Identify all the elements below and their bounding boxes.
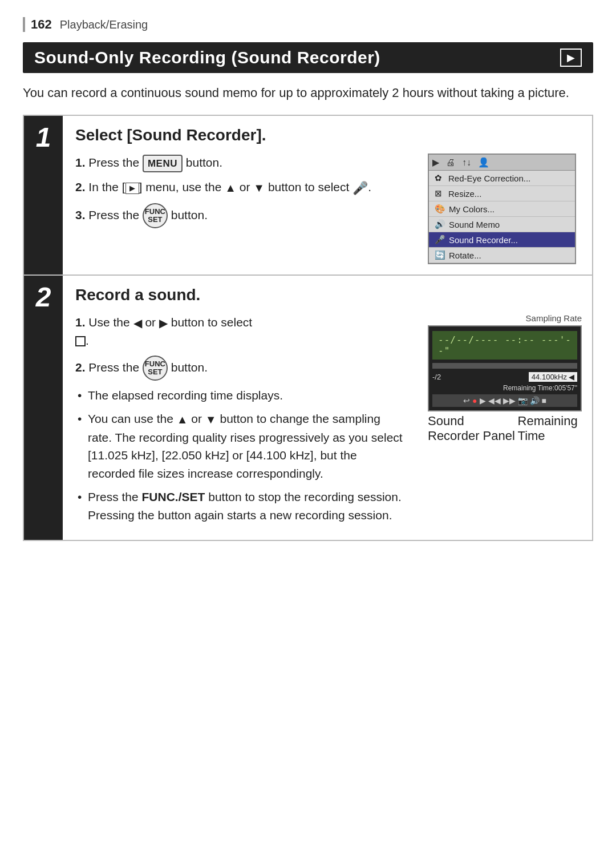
sound-memo-icon: 🔊 [435,219,445,229]
page-section-label: Playback/Erasing [60,18,148,31]
step-2-image-col: Sampling Rate --/--/---- --:-- ---'--" -… [416,313,582,443]
menu-item-sound-memo: 🔊 Sound Memo [429,217,575,232]
red-eye-icon: ✿ [435,173,445,183]
step-2-text-col: 1. Use the ◀ or ▶ button to select . 2. … [75,313,405,530]
bullet-3: Press the FUNC./SET button to stop the r… [75,488,405,524]
section-title: Sound-Only Recording (Sound Recorder) [34,48,560,67]
menu-item-red-eye: ✿ Red-Eye Correction... [429,171,575,186]
step-2-number: 2 [24,276,63,540]
step-1-row: 1 Select [Sound Recorder]. 1. Press the … [24,116,592,276]
sound-icon: 🎤 [352,181,368,195]
ctrl-record: ● [472,396,477,405]
step-1-number: 1 [24,116,63,274]
menu-button: MENU [143,155,183,173]
recorder-controls: ↩ ● ▶ ◀◀ ▶▶ 📷 🔊 ■ [432,394,577,407]
step-2-content: Record a sound. 1. Use the ◀ or ▶ button… [63,276,592,540]
recorder-khz: 44.100kHz ◀ [529,372,577,382]
page-header: 162 Playback/Erasing [23,17,593,32]
khz-arrow: ◀ [569,373,574,381]
menu-item-rotate: 🔄 Rotate... [429,248,575,263]
camera-menu: ▶ 🖨 ↑↓ 👤 ✿ Red-Eye Correction... ⊠ [428,154,576,264]
ctrl-play: ▶ [480,396,486,405]
bullet-1: The elapsed recording time displays. [75,386,405,405]
playback-icon-box: ▶ [560,49,582,67]
playback-icon: ▶ [567,51,575,64]
sound-recorder-icon: 🎤 [435,235,445,245]
recorder-remaining: Remaining Time:005'57" [432,384,577,392]
topbar-icon-sort: ↑↓ [462,158,471,168]
step-1-item-1: 1. Press the MENU button. [75,154,416,172]
topbar-icon-play: ▶ [432,157,439,168]
resize-icon: ⊠ [435,188,445,199]
step-1-text-col: 1. Press the MENU button. 2. In the [▶] … [75,154,416,234]
func-set-button-2: FUNCSET [143,356,168,381]
section-title-bar: Sound-Only Recording (Sound Recorder) ▶ [23,42,593,73]
step-1-item-2: 2. In the [▶] menu, use the ▲ or ▼ butto… [75,178,416,197]
recorder-info-row: -/2 44.100kHz ◀ [432,372,577,382]
ctrl-stop: ■ [542,396,546,405]
recorder-display: --/--/---- --:-- ---'--" [432,331,577,360]
step-2-heading: Record a sound. [75,286,582,304]
bullet-2: You can use the ▲ or ▼ button to change … [75,410,405,482]
topbar-icon-person: 👤 [478,157,489,168]
step-2-inner: 1. Use the ◀ or ▶ button to select . 2. … [75,313,582,530]
square-symbol [75,336,86,346]
ctrl-prev: ◀◀ [488,396,501,405]
step-2-item-2: 2. Press the FUNCSET button. [75,356,405,381]
sampling-rate-label: Sampling Rate [526,313,582,323]
intro-text: You can record a continuous sound memo f… [23,83,593,102]
step-1-item-3: 3. Press the FUNCSET button. [75,203,416,228]
step-2-bullets: The elapsed recording time displays. You… [75,386,405,524]
topbar-icon-print: 🖨 [446,158,455,168]
ctrl-camera: 📷 [518,396,528,405]
step-1-content: Select [Sound Recorder]. 1. Press the ME… [63,116,592,274]
ctrl-undo: ↩ [463,396,470,405]
recorder-side-labels: Sound Recorder Panel Remaining Time [428,414,582,443]
rotate-icon: 🔄 [435,250,445,260]
step-2-item-1: 1. Use the ◀ or ▶ button to select . [75,313,405,350]
menu-item-sound-recorder: 🎤 Sound Recorder... [429,232,575,248]
recorder-minus2: -/2 [432,373,441,381]
camera-menu-topbar: ▶ 🖨 ↑↓ 👤 [429,155,575,171]
sound-recorder-panel-label: Sound Recorder Panel [428,414,518,443]
ctrl-next: ▶▶ [503,396,516,405]
step-1-heading: Select [Sound Recorder]. [75,126,582,144]
menu-item-resize: ⊠ Resize... [429,186,575,201]
step-2-row: 2 Record a sound. 1. Use the ◀ or ▶ butt… [24,276,592,540]
func-set-button: FUNCSET [143,203,168,228]
my-colors-icon: 🎨 [435,204,445,214]
menu-item-my-colors: 🎨 My Colors... [429,201,575,217]
step-1-image-col: ▶ 🖨 ↑↓ 👤 ✿ Red-Eye Correction... ⊠ [428,154,582,264]
playback-icon-inline: ▶ [125,183,139,194]
page-container: 162 Playback/Erasing Sound-Only Recordin… [0,0,616,575]
ctrl-speaker: 🔊 [530,396,540,405]
page-number: 162 [31,17,52,32]
remaining-time-label: Remaining Time [518,414,582,443]
recorder-bar [432,363,577,369]
step-1-inner: 1. Press the MENU button. 2. In the [▶] … [75,154,582,264]
steps-container: 1 Select [Sound Recorder]. 1. Press the … [23,115,593,541]
recorder-panel: --/--/---- --:-- ---'--" -/2 44.100kHz ◀ [428,325,582,411]
